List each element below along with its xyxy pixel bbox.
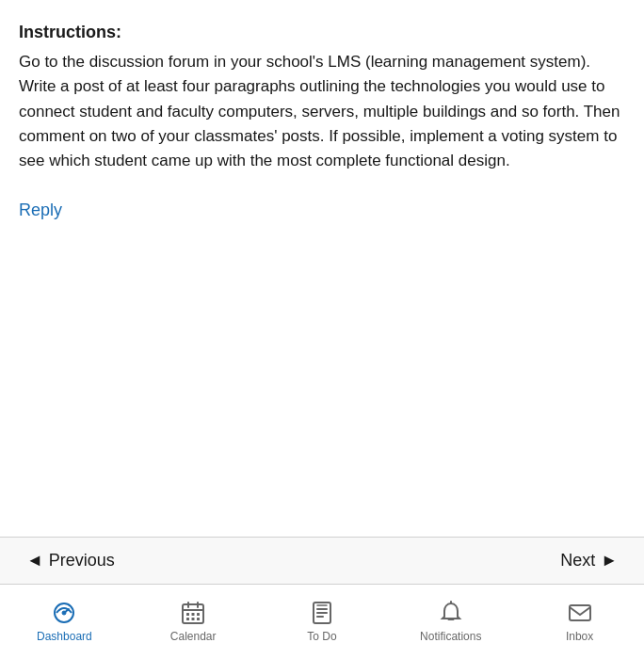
calendar-icon	[180, 600, 206, 626]
bottom-tab-bar: Dashboard Calendar	[0, 584, 644, 659]
next-label: Next	[560, 551, 595, 571]
dashboard-tab-label: Dashboard	[37, 630, 92, 643]
instructions-body: Go to the discussion forum in your schoo…	[19, 50, 625, 174]
tab-todo[interactable]: To Do	[258, 600, 387, 643]
calendar-tab-label: Calendar	[170, 630, 217, 643]
tab-inbox[interactable]: Inbox	[515, 600, 644, 643]
instructions-title: Instructions:	[19, 23, 625, 42]
previous-label: Previous	[49, 551, 115, 571]
inbox-tab-label: Inbox	[566, 630, 593, 643]
tab-calendar[interactable]: Calendar	[129, 600, 258, 643]
svg-rect-11	[192, 618, 195, 620]
previous-button[interactable]: ◄ Previous	[26, 551, 115, 571]
next-arrow-icon: ►	[601, 551, 618, 571]
navigation-bar: ◄ Previous Next ►	[0, 537, 644, 584]
svg-point-2	[62, 611, 66, 615]
svg-rect-9	[197, 613, 200, 616]
todo-icon	[309, 600, 335, 626]
svg-rect-20	[570, 605, 590, 620]
notifications-icon	[438, 600, 464, 626]
svg-rect-8	[192, 613, 195, 616]
todo-tab-label: To Do	[307, 630, 336, 643]
tab-dashboard[interactable]: Dashboard	[0, 600, 129, 643]
content-area: Instructions: Go to the discussion forum…	[0, 0, 644, 537]
svg-rect-10	[186, 618, 189, 620]
tab-notifications[interactable]: Notifications	[386, 600, 515, 643]
next-button[interactable]: Next ►	[560, 551, 618, 571]
dashboard-icon	[51, 600, 77, 626]
reply-link[interactable]: Reply	[19, 201, 62, 220]
prev-arrow-icon: ◄	[26, 551, 43, 571]
notifications-tab-label: Notifications	[420, 630, 481, 643]
svg-rect-7	[186, 613, 189, 616]
inbox-icon	[567, 600, 593, 626]
svg-rect-12	[197, 618, 200, 620]
